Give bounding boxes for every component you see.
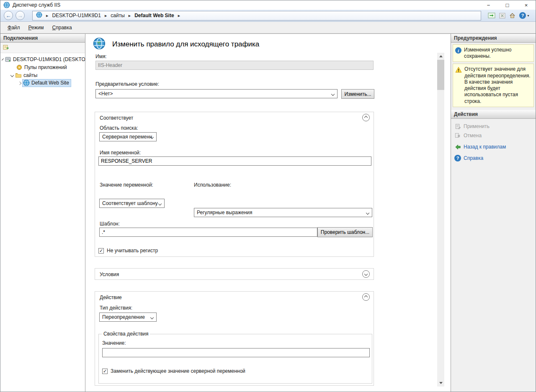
- breadcrumb-separator-icon: ▶: [129, 14, 131, 17]
- back-to-rules-action[interactable]: Назад к правилам: [454, 143, 533, 151]
- menu-item-file[interactable]: Файл: [3, 23, 24, 32]
- tree-item-label: Default Web Site: [31, 80, 69, 86]
- chevron-down-icon: [366, 211, 369, 215]
- alert-success: i Изменения успешно сохранены.: [453, 44, 534, 62]
- chevron-down-icon: [331, 92, 335, 96]
- action-type-label: Тип действия:: [100, 305, 132, 311]
- pattern-label: Шаблон:: [100, 221, 120, 227]
- forward-arrow-icon: →: [18, 13, 23, 19]
- browse-button[interactable]: [509, 13, 515, 19]
- tree-item-sites[interactable]: сайты: [0, 71, 85, 79]
- apply-icon: [454, 123, 461, 130]
- collapse-action-button[interactable]: [362, 293, 370, 301]
- breadcrumb: ▶ DESKTOP-U1MK9D1 ▶ сайты ▶ Default Web …: [32, 11, 481, 20]
- close-button[interactable]: ×: [517, 0, 536, 10]
- cancel-icon: [454, 132, 461, 139]
- globe-icon: [36, 12, 42, 19]
- question-mark: ?: [454, 155, 461, 161]
- tree-item-app-pools[interactable]: Пулы приложений: [0, 63, 85, 71]
- vertical-scrollbar[interactable]: [437, 53, 444, 387]
- scroll-thumb[interactable]: [437, 60, 444, 90]
- usage-select[interactable]: Регулярные выражения: [194, 208, 372, 217]
- back-button[interactable]: ←: [4, 11, 13, 20]
- window-controls: − □ ×: [479, 0, 536, 10]
- refresh-button[interactable]: [488, 12, 495, 19]
- precondition-select[interactable]: <Нет>: [95, 89, 338, 98]
- variable-value-label: Значение переменной:: [100, 182, 153, 188]
- tree-item-label: Пулы приложений: [24, 64, 67, 70]
- cancel-action: Отмена: [454, 132, 533, 140]
- apply-action: Применить: [454, 123, 533, 131]
- maximize-button[interactable]: □: [498, 0, 517, 10]
- cancel-label: Отмена: [464, 133, 482, 138]
- back-to-rules-label[interactable]: Назад к правилам: [464, 144, 506, 150]
- collapse-match-button[interactable]: [362, 114, 370, 121]
- app-icon: [3, 2, 10, 8]
- create-connection-icon[interactable]: [3, 44, 9, 52]
- replace-label: Заменить действующее значение серверной …: [111, 368, 245, 374]
- expander-icon[interactable]: [2, 58, 4, 60]
- tree-item-server[interactable]: DESKTOP-U1MK9D1 (DESKTOI: [0, 55, 85, 63]
- scroll-up-button[interactable]: [437, 53, 444, 60]
- warning-icon: [455, 67, 462, 73]
- menu-item-view[interactable]: Режим: [24, 23, 48, 32]
- expander-icon[interactable]: [18, 81, 21, 85]
- replace-checkbox[interactable]: ✓: [102, 369, 108, 374]
- pattern-input[interactable]: [99, 228, 317, 237]
- minimize-button[interactable]: −: [479, 0, 498, 10]
- usage-value: Регулярные выражения: [197, 210, 253, 215]
- menu-item-help[interactable]: Справка: [48, 23, 76, 32]
- ignore-case-label: Не учитывать регистр: [107, 248, 158, 254]
- action-section-title: Действие: [100, 295, 122, 300]
- tree-item-default-web-site[interactable]: Default Web Site: [0, 79, 85, 87]
- breadcrumb-item-server[interactable]: DESKTOP-U1MK9D1: [52, 13, 100, 18]
- feature-pane: Изменить правило для исходящего трафика …: [85, 34, 451, 392]
- arrow-up-icon: [439, 55, 443, 57]
- variable-value-select[interactable]: Соответствует шаблону: [99, 199, 165, 208]
- breadcrumb-item-site[interactable]: Default Web Site: [134, 13, 174, 18]
- variable-name-input[interactable]: [98, 156, 371, 166]
- server-icon: [5, 56, 11, 63]
- breadcrumb-separator-icon: ▶: [105, 14, 107, 17]
- action-properties-title: Свойства действия: [102, 331, 150, 337]
- window-title: Диспетчер служб IIS: [13, 2, 60, 8]
- selected-tree-item[interactable]: Default Web Site: [23, 79, 71, 87]
- name-label: Имя:: [95, 54, 107, 59]
- site-globe-icon: [23, 79, 30, 86]
- test-pattern-button[interactable]: Проверить шаблон...: [317, 227, 373, 237]
- help-action[interactable]: ? Справка: [454, 154, 533, 162]
- edit-precondition-button[interactable]: Изменить...: [341, 89, 374, 99]
- action-properties-group: Свойства действия Значение: ✓ Заменить д…: [98, 334, 372, 384]
- scope-value: Серверная переменн: [102, 134, 152, 140]
- expand-conditions-button[interactable]: [362, 270, 370, 278]
- action-type-value: Переопределение: [102, 314, 145, 320]
- breadcrumb-separator-icon: ▶: [46, 14, 48, 17]
- chevron-up-icon: [364, 295, 368, 299]
- scroll-down-button[interactable]: [437, 379, 444, 387]
- chevron-up-icon: [364, 116, 368, 119]
- ignore-case-row: ✓ Не учитывать регистр: [98, 248, 158, 254]
- ignore-case-checkbox[interactable]: ✓: [98, 248, 104, 254]
- conditions-section: Условия: [95, 268, 374, 280]
- nav-bar: ← → ▶ DESKTOP-U1MK9D1 ▶ сайты ▶ Default …: [0, 10, 536, 22]
- value-input[interactable]: [102, 348, 370, 357]
- action-type-select[interactable]: Переопределение: [99, 313, 157, 322]
- home-icon: [509, 13, 515, 19]
- breadcrumb-item-sites[interactable]: сайты: [111, 13, 125, 18]
- match-section: Соответствует Область поиска: Серверная …: [95, 112, 374, 257]
- help-label[interactable]: Справка: [464, 155, 483, 161]
- chevron-down-icon: [150, 316, 154, 319]
- action-section: Действие Тип действия: Переопределение С…: [95, 291, 374, 386]
- iis-manager-window: Диспетчер служб IIS − □ × ← → ▶ DESKTOP-…: [0, 0, 536, 392]
- expander-icon[interactable]: [10, 73, 14, 77]
- apply-label: Применить: [464, 123, 490, 129]
- help-menu-button[interactable]: ? ▼: [519, 12, 530, 19]
- page-header: Изменить правило для исходящего трафика: [93, 37, 259, 51]
- name-input: [95, 61, 374, 70]
- connections-toolbar: [0, 43, 85, 53]
- scope-select[interactable]: Серверная переменн: [99, 132, 157, 141]
- menu-bar: Файл Режим Справка: [0, 22, 536, 33]
- stop-button: [499, 13, 505, 19]
- back-arrow-icon: [454, 143, 461, 150]
- globe-icon: [93, 37, 106, 51]
